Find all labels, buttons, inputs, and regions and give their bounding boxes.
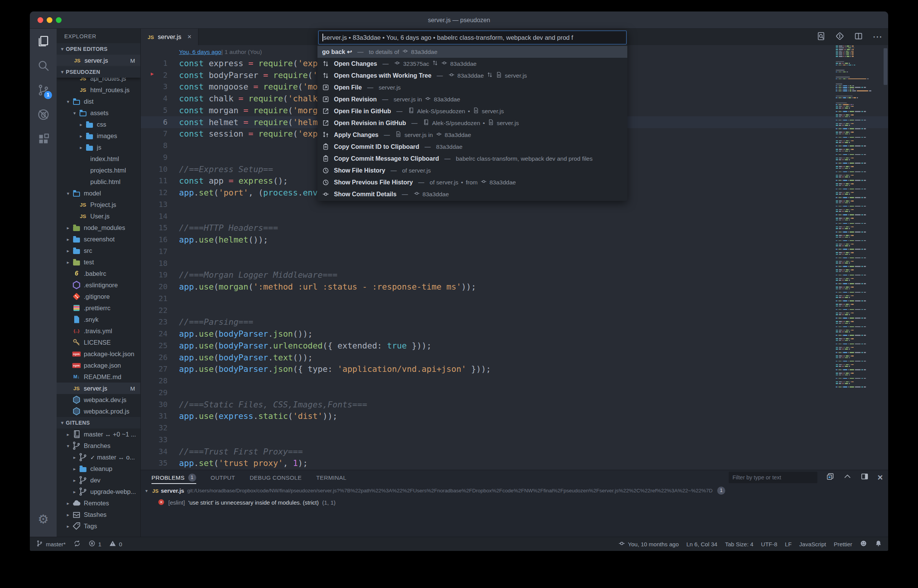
code-line[interactable]: 16app.use(helmet()); (141, 234, 834, 246)
statusbar-bell-icon[interactable] (875, 540, 882, 548)
quickpick-item[interactable]: Open Revision—server.js in83a3ddae (317, 93, 627, 105)
code-line[interactable]: 32 (141, 422, 834, 434)
file-tree-item[interactable]: npmpackage.json (57, 360, 140, 371)
gitlens-tree-item[interactable]: ▸upgrade-webp... (57, 486, 140, 497)
file-tree-item[interactable]: ▾dist (57, 96, 140, 107)
quickpick-item[interactable]: Show File History—of server.js (317, 165, 627, 176)
statusbar-tab-size-4[interactable]: Tab Size: 4 (725, 541, 753, 547)
gitlens-tree-item[interactable]: ▸Stashes (57, 509, 140, 520)
statusbar-utf-8[interactable]: UTF-8 (761, 541, 778, 547)
code-line[interactable]: 22 (141, 305, 834, 316)
file-tree-item[interactable]: 6.babelrc (57, 268, 140, 279)
file-tree-item[interactable]: JSserver.jsM (57, 383, 140, 394)
code-line[interactable]: 25app.use(bodyParser.urlencoded({ extend… (141, 340, 834, 352)
collapse-all-icon[interactable] (826, 472, 835, 483)
statusbar-prettier[interactable]: Prettier (834, 541, 852, 547)
panel-tab-terminal[interactable]: TERMINAL (316, 470, 347, 485)
file-tree-item[interactable]: ▾model (57, 187, 140, 199)
statusbar-you-10-months-ago[interactable]: You, 10 months ago (618, 540, 679, 548)
quickpick-item[interactable]: Apply Changes—server.js in83a3ddae (317, 129, 627, 141)
gitlens-tree-item[interactable]: ▸Tags (57, 520, 140, 532)
close-icon[interactable]: × (877, 472, 883, 483)
statusbar-javascript[interactable]: JavaScript (799, 541, 826, 547)
file-tree-item[interactable]: .snyk (57, 314, 140, 325)
code-line[interactable]: 31app.use(express.static('dist')); (141, 410, 834, 422)
section-open-editors[interactable]: ▾ OPEN EDITORS (57, 43, 140, 55)
panel-tab-problems[interactable]: PROBLEMS1 (151, 470, 196, 485)
code-line[interactable]: 24app.use(bodyParser.json()); (141, 328, 834, 340)
problem-row[interactable]: [eslint]'use strict' is unnecessary insi… (141, 497, 888, 508)
code-line[interactable]: 29 (141, 387, 834, 399)
gitlens-icon[interactable] (835, 31, 845, 42)
file-tree-item[interactable]: JSProject.js (57, 199, 140, 210)
gitlens-tree-item[interactable]: ▸✓master ↔ o... (57, 451, 140, 463)
code-line[interactable]: 21 (141, 293, 834, 305)
file-tree-item[interactable]: ▸images (57, 130, 140, 142)
statusbar-lf[interactable]: LF (785, 541, 792, 547)
code-line[interactable]: 27app.use(bodyParser.json({ type: 'appli… (141, 363, 834, 375)
quickpick-item[interactable]: Copy Commit ID to Clipboard—83a3ddae (317, 141, 627, 153)
statusbar-smiley-icon[interactable] (860, 540, 867, 548)
code-line[interactable]: 30//===Static Files, CSS,Images,Fonts=== (141, 399, 834, 410)
file-tree-item[interactable]: JSUser.js (57, 210, 140, 222)
quickpick-input[interactable]: server.js • 83a3ddae • You, 6 days ago •… (318, 31, 627, 44)
statusbar-master-[interactable]: master* (36, 540, 66, 548)
file-tree-item[interactable]: public.html (57, 176, 140, 187)
file-tree-item[interactable]: .prettierrc (57, 302, 140, 314)
activitybar-gear-icon[interactable]: ⚙ (30, 507, 57, 531)
statusbar-0[interactable]: 0 (109, 540, 122, 548)
statusbar-sync-icon[interactable] (73, 540, 81, 548)
quickpick-item[interactable]: Open Revision in GitHub—Alek-S/pseudozen… (317, 117, 627, 129)
file-tree-item[interactable]: ▸css (57, 119, 140, 130)
activitybar-extensions-icon[interactable] (30, 127, 57, 151)
quickpick-item[interactable]: Copy Commit Message to Clipboard—babelrc… (317, 153, 627, 165)
code-line[interactable]: 18 (141, 257, 834, 269)
activitybar-source-control-icon[interactable]: 1 (30, 78, 57, 102)
file-tree-item[interactable]: JSapi_routes.js (57, 78, 140, 84)
open-editor-item[interactable]: JSserver.jsM (57, 55, 140, 66)
file-tree-item[interactable]: webpack.prod.js (57, 406, 140, 417)
file-tree-item[interactable]: ▸src (57, 245, 140, 256)
file-tree-item[interactable]: ▸screenshot (57, 233, 140, 245)
gitlens-tree-item[interactable]: ▸master ↔ +0 ~1 ... (57, 428, 140, 440)
file-tree-item[interactable]: npmpackage-lock.json (57, 348, 140, 360)
gitlens-tree-item[interactable]: ▾Branches (57, 440, 140, 451)
problems-file-row[interactable]: ▾ JS server.js git:/Users/noradbase/Drop… (141, 485, 888, 497)
file-tree-item[interactable]: .gitignore (57, 291, 140, 302)
split-editor-icon[interactable] (854, 31, 863, 42)
code-line[interactable]: 14 (141, 210, 834, 222)
code-line[interactable]: 28 (141, 375, 834, 387)
file-tree-item[interactable]: ▸js (57, 142, 140, 153)
gitlens-tree-item[interactable]: ▸cleanup (57, 463, 140, 474)
quickpick-item[interactable]: Show Commit Details—83a3ddae (317, 188, 627, 200)
quickpick-item[interactable]: go back ↩—to details of83a3ddae (317, 46, 627, 58)
file-tree-item[interactable]: ▸node_modules (57, 222, 140, 233)
quickpick-item[interactable]: Open Changes with Working Tree—83a3ddaes… (317, 70, 627, 81)
gitlens-tree-item[interactable]: ▸Remotes (57, 497, 140, 509)
section-project[interactable]: ▾ PSEUDOZEN (57, 66, 140, 78)
activitybar-debug-icon[interactable] (30, 102, 57, 127)
search-file-icon[interactable] (816, 31, 826, 42)
file-tree-item[interactable]: LICENSE (57, 337, 140, 348)
panel-tab-debug-console[interactable]: DEBUG CONSOLE (250, 470, 302, 485)
close-tab-icon[interactable]: × (187, 33, 192, 41)
scrollbar-slider[interactable] (884, 48, 887, 85)
quickpick-item[interactable]: Open File—server.js (317, 81, 627, 93)
more-actions-icon[interactable]: ⋯ (872, 31, 883, 43)
code-line[interactable]: 20app.use(morgan(':method :url :status -… (141, 281, 834, 293)
code-line[interactable]: 33 (141, 434, 834, 446)
chevron-up-icon[interactable] (843, 472, 852, 483)
quickpick-item[interactable]: Open Changes—323575ac83a3ddae (317, 58, 627, 70)
statusbar-1[interactable]: 1 (88, 540, 101, 548)
code-line[interactable]: 23//===Parsing=== (141, 316, 834, 328)
code-line[interactable]: 34//===Trust First Proxy=== (141, 446, 834, 458)
code-line[interactable]: 35app.set('trust proxy', 1); (141, 458, 834, 469)
minimap[interactable] (834, 45, 883, 470)
code-line[interactable]: 26app.use(bodyParser.text()); (141, 352, 834, 363)
section-gitlens[interactable]: ▾ GITLENS (57, 417, 140, 428)
file-tree-item[interactable]: JShtml_routes.js (57, 84, 140, 96)
file-tree-item[interactable]: index.html (57, 153, 140, 165)
statusbar-ln-6-col-34[interactable]: Ln 6, Col 34 (686, 541, 717, 547)
panel-tab-output[interactable]: OUTPUT (211, 470, 235, 485)
file-tree-item[interactable]: webpack.dev.js (57, 394, 140, 406)
